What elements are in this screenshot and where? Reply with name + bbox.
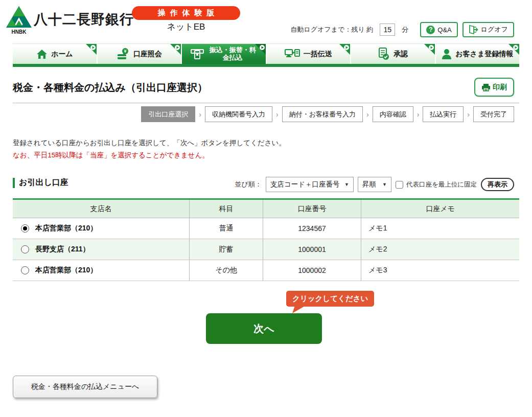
auto-logoff-label: 自動ログオフまで：残り 約	[291, 25, 374, 34]
monitor-to-document-icon	[285, 49, 300, 60]
bank-logo: HNBK	[5, 5, 33, 35]
account-radio[interactable]	[21, 224, 29, 233]
step-separator: ›	[363, 110, 373, 119]
account-type: 普通	[189, 218, 263, 239]
tab-corner-arrow-icon	[255, 44, 266, 55]
step-select-account: 引出口座選択	[141, 106, 195, 122]
tab-customer-registration-label: お客さま登録情報	[455, 50, 513, 59]
account-memo: メモ1	[361, 218, 519, 239]
document-check-icon	[378, 48, 390, 61]
printer-icon	[481, 83, 491, 91]
tab-approval[interactable]: 承認	[350, 43, 435, 64]
account-number: 1234567	[263, 218, 361, 239]
netEB-banking-page: HNBK 八十二長野銀行 操作体験版 ネットEB 自動ログオフまで：残り 約 1…	[0, 0, 532, 417]
tooltip-tail	[292, 306, 306, 313]
col-header-branch: 支店名	[13, 200, 189, 218]
account-memo: メモ3	[361, 260, 519, 281]
step-separator: ›	[195, 110, 205, 119]
click-here-tooltip: クリックしてください	[286, 291, 374, 307]
instruction-text: 登録されている口座からお引出し口座を選択して、「次へ」ボタンを押してください。	[13, 138, 286, 148]
tab-bulk-transmission[interactable]: 一括伝送	[266, 43, 351, 64]
section-title: お引出し口座	[19, 177, 68, 188]
table-header-row: 支店名 科目 口座番号 口座メモ	[13, 198, 519, 218]
svg-text:HNBK: HNBK	[12, 29, 27, 35]
branch-name: 長野支店（211）	[35, 245, 90, 254]
title-divider	[13, 103, 519, 103]
table-row[interactable]: 本店営業部（210） 普通 1234567 メモ1	[13, 218, 519, 239]
mountain-logo-icon: HNBK	[5, 5, 33, 35]
page-title: 税金・各種料金の払込み（引出口座選択）	[13, 81, 207, 95]
table-row[interactable]: 長野支店（211） 貯蓄 1000001 メモ2	[13, 239, 519, 260]
tab-customer-registration[interactable]: お客さま登録情報	[435, 43, 520, 64]
main-navigation: ホーム ¥ 口座照会	[13, 43, 519, 64]
logoff-label: ログオフ	[481, 25, 508, 34]
nav-underline	[13, 64, 519, 67]
tab-approval-label: 承認	[394, 50, 408, 59]
tab-account-inquiry-label: 口座照会	[133, 50, 162, 59]
tab-corner-arrow-icon	[424, 44, 435, 55]
tab-bulk-transmission-label: 一括伝送	[304, 50, 332, 59]
sort-controls: 並び順： 支店コード＋口座番号 ▼ 昇順 ▼ 代表口座を最上位に固定 再表示	[235, 177, 514, 192]
col-header-memo: 口座メモ	[361, 200, 519, 218]
table-row[interactable]: 本店営業部（210） その他 1000002 メモ3	[13, 260, 519, 281]
sort-key-select[interactable]: 支店コード＋口座番号 ▼	[266, 177, 354, 192]
service-name: ネットEB	[132, 21, 240, 33]
account-type: その他	[189, 260, 263, 281]
branch-name: 本店営業部（210）	[35, 266, 97, 275]
step-separator: ›	[413, 110, 423, 119]
branch-name: 本店営業部（210）	[35, 224, 97, 233]
warning-text: なお、平日15時以降は「当座」を選択することができません。	[13, 151, 209, 160]
print-label: 印刷	[493, 83, 507, 92]
account-number: 1000001	[263, 239, 361, 260]
minutes-unit-label: 分	[402, 25, 408, 34]
account-memo: メモ2	[361, 239, 519, 260]
person-icon	[442, 49, 452, 60]
step-complete: 受付完了	[473, 106, 514, 122]
col-header-type: 科目	[189, 200, 263, 218]
chevron-down-icon: ▼	[382, 182, 387, 187]
withdrawal-account-table: 支店名 科目 口座番号 口座メモ 本店営業部（210） 普通 1234567 メ…	[13, 198, 519, 281]
step-separator: ›	[464, 110, 473, 119]
step-institution-number: 収納機関番号入力	[205, 106, 272, 122]
bank-name: 八十二長野銀行	[34, 10, 134, 29]
account-type: 貯蓄	[189, 239, 263, 260]
qa-label: Q&A	[437, 26, 451, 34]
tab-home[interactable]: ホーム	[13, 43, 97, 64]
step-separator: ›	[272, 110, 282, 119]
question-icon: ?	[426, 26, 435, 34]
progress-steps: 引出口座選択 › 収納機関番号入力 › 納付・お客様番号入力 › 内容確認 › …	[141, 106, 514, 122]
tab-corner-arrow-icon	[508, 44, 519, 55]
tab-home-label: ホーム	[51, 50, 73, 59]
account-radio[interactable]	[21, 245, 29, 253]
tab-corner-arrow-icon	[86, 44, 97, 55]
step-execute: 払込実行	[423, 106, 464, 122]
next-button[interactable]: 次へ	[206, 313, 322, 344]
col-header-number: 口座番号	[263, 200, 361, 218]
tab-corner-arrow-icon	[170, 44, 181, 55]
trial-version-badge: 操作体験版	[132, 6, 240, 20]
header-utility-area: 自動ログオフまで：残り 約 15 分 ? Q&A ログオフ	[291, 22, 514, 37]
tab-transfer-payment-label: 振込・振替・料金払込	[208, 47, 257, 62]
chevron-down-icon: ▼	[344, 182, 349, 187]
section-accent-bar	[13, 178, 15, 188]
withdrawal-account-section-header: お引出し口座	[13, 177, 68, 188]
sort-direction-select[interactable]: 昇順 ▼	[358, 177, 391, 192]
passbook-yen-icon: ¥	[117, 48, 130, 61]
sort-direction-value: 昇順	[362, 180, 376, 189]
home-icon	[36, 49, 48, 59]
refresh-button[interactable]: 再表示	[481, 178, 514, 191]
tab-transfer-payment[interactable]: 振込・振替・料金払込	[181, 43, 266, 64]
atm-payment-icon	[190, 48, 204, 61]
fix-representative-account-label: 代表口座を最上位に固定	[406, 180, 477, 189]
qa-button[interactable]: ? Q&A	[420, 22, 457, 37]
logoff-button[interactable]: ログオフ	[462, 22, 514, 37]
sort-key-value: 支店コード＋口座番号	[270, 180, 340, 189]
tab-account-inquiry[interactable]: ¥ 口座照会	[97, 43, 181, 64]
svg-text:¥: ¥	[124, 49, 126, 54]
fix-representative-account-checkbox[interactable]	[396, 181, 403, 189]
step-customer-number: 納付・お客様番号入力	[282, 106, 363, 122]
account-radio[interactable]	[21, 266, 29, 274]
back-to-payment-menu-button[interactable]: 税金・各種料金の払込メニューへ	[13, 376, 157, 398]
print-button[interactable]: 印刷	[474, 78, 514, 97]
logoff-minutes-value: 15	[380, 24, 395, 36]
